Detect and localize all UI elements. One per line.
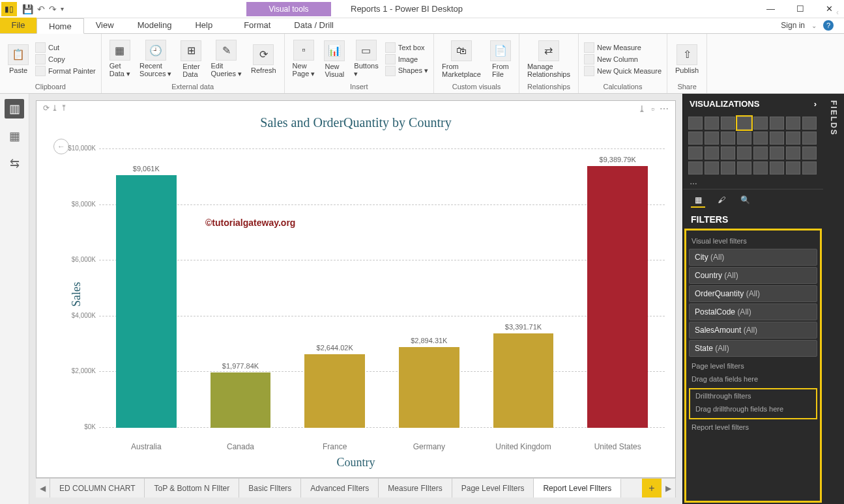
bar[interactable]: $3,391.71K	[493, 333, 554, 428]
page-tab[interactable]: Page Level FIlters	[452, 479, 534, 497]
bar[interactable]: $9,389.79K	[587, 166, 648, 428]
redo-icon[interactable]: ↷	[49, 4, 57, 14]
recent-sources-button[interactable]: 🕘Recent Sources ▾	[137, 38, 174, 79]
new-visual-button[interactable]: 📊New Visual	[321, 39, 347, 79]
refresh-button[interactable]: ⟳Refresh	[248, 43, 279, 76]
viz-type-tile[interactable]	[770, 161, 784, 175]
viz-type-tile[interactable]	[753, 132, 768, 145]
viz-type-tile[interactable]	[802, 161, 817, 175]
paste-button[interactable]: 📋Paste	[5, 43, 31, 76]
bar[interactable]: $2,894.31K	[399, 347, 459, 428]
file-tab[interactable]: File	[0, 18, 36, 33]
page-tab[interactable]: ToP & Bottom N FIlter	[145, 479, 239, 497]
page-tab[interactable]: Measure FIlters	[379, 479, 452, 497]
viz-type-tile[interactable]	[802, 117, 817, 130]
viz-type-tile[interactable]	[786, 117, 800, 130]
drag-drill-hint[interactable]: Drag drillthrough fields here	[693, 402, 813, 415]
text-box-button[interactable]: Text box	[385, 42, 428, 53]
viz-type-tile[interactable]	[721, 161, 735, 175]
viz-more-icon[interactable]: …	[683, 177, 823, 189]
viz-type-tile[interactable]	[802, 132, 817, 145]
new-quick-measure-button[interactable]: New Quick Measure	[584, 66, 662, 76]
viz-type-tile[interactable]	[705, 132, 719, 145]
viz-type-tile[interactable]	[786, 161, 800, 175]
enter-data-button[interactable]: ⊞Enter Data	[178, 39, 204, 79]
new-page-button[interactable]: ▫New Page ▾	[290, 38, 318, 79]
help-icon[interactable]: ?	[823, 20, 834, 31]
tab-nav-right[interactable]: ▶	[662, 479, 676, 497]
viz-type-tile[interactable]	[705, 161, 719, 175]
tab-modeling[interactable]: Modeling	[126, 18, 184, 33]
filter-card[interactable]: State (All)	[689, 340, 817, 357]
edit-queries-button[interactable]: ✎Edit Queries ▾	[208, 38, 244, 79]
chevron-left-icon[interactable]: ‹	[836, 8, 839, 17]
from-file-button[interactable]: 📄From File	[487, 39, 514, 79]
bar[interactable]: $9,061K	[116, 175, 177, 428]
focus-mode-icon[interactable]: ⤓	[638, 104, 646, 114]
model-view-icon[interactable]: ⇆	[5, 154, 24, 173]
publish-button[interactable]: ⇧Publish	[673, 43, 701, 76]
viz-type-tile[interactable]	[688, 117, 703, 130]
filter-card[interactable]: SalesAmount (All)	[689, 322, 817, 339]
tab-data-drill[interactable]: Data / Drill	[282, 18, 345, 33]
filter-card[interactable]: OrderQuantity (All)	[689, 285, 817, 302]
add-page-button[interactable]: +	[642, 479, 662, 497]
viz-type-tile[interactable]	[721, 147, 735, 160]
filter-card[interactable]: Country (All)	[689, 267, 817, 284]
report-canvas[interactable]: ⟳ ⤓ ⤒ ⤓ ▫ ⋯ Sales and OrderQuantity by C…	[36, 100, 676, 478]
page-tab[interactable]: Basic FIlters	[239, 479, 301, 497]
new-column-button[interactable]: New Column	[584, 54, 662, 64]
export-icon[interactable]: ▫	[651, 104, 654, 114]
bar[interactable]: $2,644.02K	[304, 354, 365, 428]
viz-type-tile[interactable]	[721, 117, 735, 130]
filter-card[interactable]: PostalCode (All)	[689, 303, 817, 320]
sign-in-link[interactable]: Sign in	[781, 21, 805, 30]
filter-card[interactable]: City (All)	[689, 249, 817, 266]
image-button[interactable]: Image	[385, 54, 428, 64]
report-view-icon[interactable]: ▥	[5, 99, 24, 119]
copy-button[interactable]: Copy	[35, 54, 96, 64]
viz-type-tile[interactable]	[705, 147, 719, 160]
manage-relationships-button[interactable]: ⇄Manage Relationships	[525, 39, 573, 79]
viz-type-tile[interactable]	[737, 147, 751, 160]
viz-type-tile[interactable]	[753, 147, 768, 160]
bar-chart[interactable]: Sales and OrderQuantity by Country ← Sal…	[40, 115, 671, 473]
from-marketplace-button[interactable]: 🛍From Marketplace	[439, 39, 484, 79]
format-mode-icon[interactable]: 🖌	[714, 193, 729, 208]
save-icon[interactable]: 💾	[22, 4, 33, 14]
buttons-button[interactable]: ▭Buttons ▾	[351, 38, 381, 79]
viz-type-tile[interactable]	[737, 132, 751, 145]
viz-type-tile[interactable]	[688, 161, 703, 175]
viz-type-tile[interactable]	[786, 147, 800, 160]
page-tab[interactable]: ED COLUMN CHART	[50, 479, 145, 497]
cut-button[interactable]: Cut	[35, 42, 96, 53]
chevron-down-icon[interactable]: ⌄	[811, 22, 817, 29]
viz-type-tile[interactable]	[786, 132, 800, 145]
drag-data-hint[interactable]: Drag data fields here	[689, 372, 817, 385]
viz-type-tile[interactable]	[737, 161, 751, 175]
viz-type-tile[interactable]	[802, 147, 817, 160]
viz-type-tile[interactable]	[705, 117, 719, 130]
undo-icon[interactable]: ↶	[37, 4, 45, 14]
tab-help[interactable]: Help	[183, 18, 224, 33]
viz-type-tile[interactable]	[688, 132, 703, 145]
tab-view[interactable]: View	[84, 18, 126, 33]
viz-type-tile[interactable]	[753, 161, 768, 175]
viz-type-tile[interactable]	[721, 132, 735, 145]
viz-type-tile[interactable]	[770, 117, 784, 130]
data-view-icon[interactable]: ▦	[5, 126, 24, 146]
qat-dropdown-icon[interactable]: ▾	[61, 5, 64, 12]
maximize-button[interactable]: ☐	[785, 0, 815, 18]
page-tab[interactable]: Report Level FIlters	[534, 479, 621, 497]
close-button[interactable]: ✕	[815, 0, 844, 18]
visualization-picker[interactable]	[683, 114, 823, 177]
fields-mode-icon[interactable]: ▦	[691, 193, 705, 208]
fields-panel-collapsed[interactable]: ‹ FIELDS	[823, 94, 844, 504]
tab-format[interactable]: Format	[232, 18, 282, 33]
get-data-button[interactable]: ▦Get Data ▾	[107, 38, 133, 79]
analytics-mode-icon[interactable]: 🔍	[738, 193, 752, 208]
minimize-button[interactable]: —	[756, 0, 785, 18]
more-options-icon[interactable]: ⋯	[660, 104, 669, 114]
page-tab[interactable]: Advanced FIlters	[301, 479, 379, 497]
chevron-right-icon[interactable]: ›	[814, 99, 817, 109]
